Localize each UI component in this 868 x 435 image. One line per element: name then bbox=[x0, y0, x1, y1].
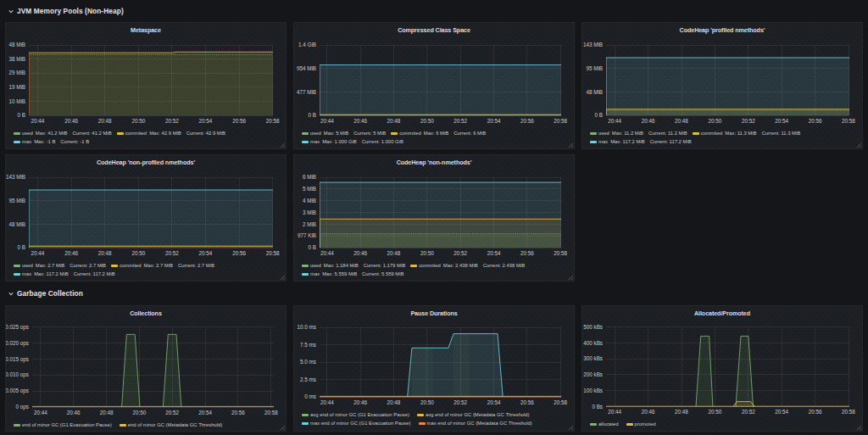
svg-text:500 kBs: 500 kBs bbox=[583, 324, 603, 330]
svg-text:0 B: 0 B bbox=[309, 112, 316, 118]
svg-text:95 MiB: 95 MiB bbox=[586, 65, 603, 71]
svg-text:20:50: 20:50 bbox=[709, 118, 722, 124]
svg-text:20:46: 20:46 bbox=[353, 399, 367, 405]
svg-text:20:44: 20:44 bbox=[320, 118, 334, 124]
svg-text:20:46: 20:46 bbox=[353, 250, 367, 256]
svg-text:20:48: 20:48 bbox=[675, 118, 688, 124]
svg-text:48 MiB: 48 MiB bbox=[8, 42, 25, 47]
svg-text:20:50: 20:50 bbox=[132, 410, 146, 415]
svg-text:20:54: 20:54 bbox=[775, 409, 788, 415]
svg-text:2 MiB: 2 MiB bbox=[303, 221, 316, 227]
svg-text:477 MiB: 477 MiB bbox=[297, 89, 316, 95]
svg-text:0 B: 0 B bbox=[18, 244, 25, 250]
svg-text:0.015 ops: 0.015 ops bbox=[6, 356, 29, 363]
svg-text:20:56: 20:56 bbox=[232, 250, 246, 256]
svg-text:400 kBs: 400 kBs bbox=[583, 340, 603, 346]
svg-text:20:58: 20:58 bbox=[554, 250, 567, 256]
svg-text:20:52: 20:52 bbox=[742, 409, 755, 415]
svg-text:0 B: 0 B bbox=[18, 112, 25, 118]
svg-text:20:58: 20:58 bbox=[554, 399, 567, 405]
svg-text:48 MiB: 48 MiB bbox=[586, 89, 603, 95]
svg-text:20:52: 20:52 bbox=[165, 410, 179, 415]
svg-text:20:44: 20:44 bbox=[34, 410, 47, 415]
svg-text:5.0 ms: 5.0 ms bbox=[300, 359, 316, 365]
svg-text:20:54: 20:54 bbox=[487, 399, 501, 405]
svg-text:20:52: 20:52 bbox=[165, 118, 179, 124]
svg-text:4 MiB: 4 MiB bbox=[303, 198, 316, 204]
svg-text:20:56: 20:56 bbox=[520, 399, 534, 405]
svg-text:10 MiB: 10 MiB bbox=[8, 98, 25, 104]
svg-text:20:56: 20:56 bbox=[809, 118, 822, 124]
svg-text:20:48: 20:48 bbox=[387, 399, 401, 405]
svg-text:20:58: 20:58 bbox=[264, 410, 278, 415]
svg-text:200 kBs: 200 kBs bbox=[583, 371, 603, 377]
svg-text:3 MiB: 3 MiB bbox=[303, 209, 316, 215]
svg-text:20:52: 20:52 bbox=[742, 118, 755, 124]
svg-text:20:48: 20:48 bbox=[387, 250, 401, 256]
svg-text:20:58: 20:58 bbox=[266, 250, 280, 256]
svg-text:20:54: 20:54 bbox=[199, 250, 213, 256]
svg-text:143 MiB: 143 MiB bbox=[583, 42, 603, 47]
svg-text:20:52: 20:52 bbox=[453, 118, 467, 124]
svg-text:20:46: 20:46 bbox=[64, 250, 78, 256]
svg-text:20:46: 20:46 bbox=[642, 409, 655, 415]
svg-text:20:56: 20:56 bbox=[809, 409, 822, 415]
svg-text:20:46: 20:46 bbox=[353, 118, 367, 124]
svg-text:20:50: 20:50 bbox=[420, 250, 434, 256]
svg-text:300 kBs: 300 kBs bbox=[583, 355, 603, 361]
svg-text:20:48: 20:48 bbox=[100, 410, 114, 415]
svg-text:20:58: 20:58 bbox=[842, 118, 855, 124]
svg-text:0.005 ops: 0.005 ops bbox=[6, 388, 29, 394]
svg-text:20:52: 20:52 bbox=[453, 399, 467, 405]
svg-text:20:44: 20:44 bbox=[31, 118, 45, 124]
svg-text:20:58: 20:58 bbox=[266, 118, 280, 124]
svg-text:20:52: 20:52 bbox=[453, 250, 467, 256]
svg-text:20:46: 20:46 bbox=[64, 118, 78, 124]
svg-text:6 MiB: 6 MiB bbox=[303, 174, 316, 180]
svg-text:0 B: 0 B bbox=[595, 112, 603, 118]
svg-text:20:48: 20:48 bbox=[675, 409, 688, 415]
svg-text:20:58: 20:58 bbox=[842, 409, 855, 415]
svg-text:1.4 GiB: 1.4 GiB bbox=[298, 42, 316, 47]
svg-text:20:56: 20:56 bbox=[520, 250, 534, 256]
svg-text:0 ms: 0 ms bbox=[304, 393, 316, 399]
svg-text:20:58: 20:58 bbox=[554, 118, 567, 124]
svg-text:20:56: 20:56 bbox=[232, 118, 246, 124]
svg-text:10.0 ms: 10.0 ms bbox=[298, 324, 316, 330]
svg-text:20:46: 20:46 bbox=[642, 118, 655, 124]
svg-text:38 MiB: 38 MiB bbox=[8, 56, 25, 62]
svg-text:20:54: 20:54 bbox=[198, 410, 212, 415]
svg-text:20:56: 20:56 bbox=[520, 118, 534, 124]
svg-text:2.5 ms: 2.5 ms bbox=[300, 376, 316, 382]
svg-text:0.010 ops: 0.010 ops bbox=[6, 371, 29, 378]
svg-text:954 MiB: 954 MiB bbox=[297, 65, 316, 71]
svg-text:29 MiB: 29 MiB bbox=[8, 70, 25, 75]
svg-text:20:56: 20:56 bbox=[231, 410, 245, 415]
svg-text:20:54: 20:54 bbox=[199, 118, 213, 124]
svg-text:20:54: 20:54 bbox=[775, 118, 788, 124]
svg-text:0.020 ops: 0.020 ops bbox=[6, 340, 29, 347]
svg-text:19 MiB: 19 MiB bbox=[8, 84, 25, 90]
svg-text:143 MiB: 143 MiB bbox=[6, 174, 25, 180]
svg-text:20:44: 20:44 bbox=[320, 399, 334, 405]
svg-text:20:50: 20:50 bbox=[420, 118, 434, 124]
svg-text:20:54: 20:54 bbox=[487, 250, 501, 256]
svg-text:0 Bs: 0 Bs bbox=[592, 404, 603, 410]
svg-text:20:48: 20:48 bbox=[98, 250, 112, 256]
svg-text:20:48: 20:48 bbox=[98, 118, 112, 124]
svg-text:0 B: 0 B bbox=[309, 244, 316, 250]
svg-text:20:54: 20:54 bbox=[487, 118, 501, 124]
svg-text:48 MiB: 48 MiB bbox=[8, 221, 25, 227]
svg-text:20:46: 20:46 bbox=[67, 410, 81, 415]
svg-text:20:50: 20:50 bbox=[131, 118, 145, 124]
svg-text:5 MiB: 5 MiB bbox=[303, 186, 316, 192]
svg-text:95 MiB: 95 MiB bbox=[8, 198, 25, 204]
svg-text:20:44: 20:44 bbox=[320, 250, 334, 256]
svg-text:100 kBs: 100 kBs bbox=[583, 388, 603, 393]
svg-text:20:44: 20:44 bbox=[608, 118, 621, 124]
svg-text:20:44: 20:44 bbox=[608, 409, 621, 415]
svg-text:0 ops: 0 ops bbox=[16, 404, 29, 410]
svg-text:7.5 ms: 7.5 ms bbox=[300, 342, 316, 348]
svg-text:20:44: 20:44 bbox=[31, 250, 45, 256]
svg-text:20:48: 20:48 bbox=[387, 118, 401, 124]
